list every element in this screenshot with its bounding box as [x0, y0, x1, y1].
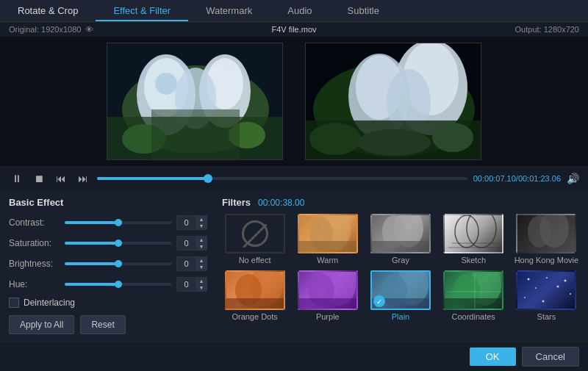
hue-down[interactable]: ▼	[196, 284, 207, 291]
svg-point-30	[467, 215, 496, 248]
filter-warm[interactable]: Warm	[295, 214, 360, 264]
prev-button[interactable]: ⏮	[53, 171, 69, 186]
tab-rotate-crop[interactable]: Rotate & Crop	[0, 0, 96, 21]
tab-effect-filter[interactable]: Effect & Filter	[96, 0, 188, 21]
tab-bar: Rotate & Crop Effect & Filter Watermark …	[0, 0, 588, 22]
svg-point-55	[557, 286, 559, 288]
tab-watermark[interactable]: Watermark	[188, 0, 270, 21]
saturation-value[interactable]	[177, 237, 196, 250]
gray-label: Gray	[392, 256, 409, 264]
contrast-spinner[interactable]: ▲ ▼	[176, 215, 207, 230]
filter-coordinates[interactable]: Coordinates	[441, 270, 506, 321]
brightness-value[interactable]	[177, 257, 196, 270]
filters-grid: No effect Warm	[222, 214, 579, 321]
filter-sketch[interactable]: Sketch	[441, 214, 506, 264]
brightness-down[interactable]: ▼	[196, 264, 207, 270]
main-area: Original: 1920x1080 👁 F4V file.mov Outpu…	[0, 22, 588, 371]
saturation-label: Saturation:	[9, 238, 60, 248]
cancel-button[interactable]: Cancel	[522, 347, 579, 367]
hue-value[interactable]	[177, 278, 196, 291]
svg-rect-26	[299, 241, 358, 253]
apply-to-all-button[interactable]: Apply to All	[9, 315, 74, 334]
filter-stars[interactable]: Stars	[514, 270, 579, 321]
reset-button[interactable]: Reset	[80, 315, 125, 334]
orange-label: Orange Dots	[232, 312, 277, 321]
brightness-label: Brightness:	[9, 259, 60, 269]
plain-thumb: ✓	[370, 270, 431, 310]
volume-icon[interactable]: 🔊	[567, 173, 579, 184]
eye-icon[interactable]: 👁	[85, 25, 93, 34]
hue-slider[interactable]	[65, 283, 172, 286]
purple-label: Purple	[316, 312, 340, 321]
svg-point-57	[524, 297, 526, 298]
stars-thumb	[516, 270, 576, 310]
filter-gray[interactable]: Gray	[368, 214, 433, 264]
svg-rect-39	[226, 298, 285, 310]
saturation-spinner[interactable]: ▲ ▼	[176, 236, 207, 251]
svg-point-52	[546, 277, 548, 278]
contrast-down[interactable]: ▼	[196, 223, 207, 229]
deinterlacing-row: Deinterlacing	[9, 298, 207, 308]
hue-spinner[interactable]: ▲ ▼	[176, 277, 207, 292]
filters-header: Filters 00:00:38.00	[222, 197, 579, 208]
app-container: Rotate & Crop Effect & Filter Watermark …	[0, 0, 588, 371]
filter-hk[interactable]: Hong Kong Movie	[514, 214, 579, 264]
svg-point-53	[564, 280, 567, 282]
ok-button[interactable]: OK	[470, 347, 516, 366]
output-video-content	[306, 43, 481, 159]
filter-orange-dots[interactable]: Orange Dots	[222, 270, 287, 321]
video-previews	[0, 37, 588, 166]
svg-point-54	[535, 287, 537, 289]
brightness-up[interactable]: ▲	[196, 257, 207, 264]
hk-thumb	[516, 214, 576, 253]
contrast-label: Contrast:	[9, 217, 60, 228]
brightness-slider[interactable]	[65, 262, 172, 265]
sketch-label: Sketch	[461, 256, 486, 264]
stop-button[interactable]: ⏹	[31, 171, 47, 186]
filter-purple[interactable]: Purple	[295, 270, 360, 321]
coord-label: Coordinates	[452, 312, 495, 321]
original-video-frame	[107, 43, 283, 160]
brightness-row: Brightness: ▲ ▼	[9, 256, 207, 271]
saturation-down[interactable]: ▼	[196, 243, 207, 250]
next-button[interactable]: ⏭	[75, 171, 91, 186]
progress-fill	[97, 177, 208, 180]
preview-meta: Original: 1920x1080 👁 F4V file.mov Outpu…	[0, 22, 588, 37]
saturation-slider[interactable]	[65, 242, 172, 245]
gray-thumb	[370, 214, 431, 253]
svg-rect-42	[299, 298, 358, 310]
saturation-up[interactable]: ▲	[196, 237, 207, 243]
tab-audio[interactable]: Audio	[270, 0, 329, 21]
playback-bar: ⏸ ⏹ ⏮ ⏭ 00:00:07.10/00:01:23.06 🔊	[0, 166, 588, 190]
selected-check: ✓	[373, 295, 385, 307]
filter-no-effect[interactable]: No effect	[222, 214, 287, 264]
progress-bar[interactable]	[97, 177, 467, 180]
sketch-thumb	[443, 214, 503, 253]
hue-row: Hue: ▲ ▼	[9, 277, 207, 292]
warm-label: Warm	[317, 256, 338, 264]
no-effect-thumb	[225, 214, 285, 253]
hue-label: Hue:	[9, 279, 60, 289]
filename: F4V file.mov	[271, 25, 316, 34]
filter-plain[interactable]: ✓ Plain	[368, 270, 433, 321]
action-buttons: Apply to All Reset	[9, 315, 207, 334]
warm-thumb	[298, 214, 358, 253]
time-display: 00:00:07.10/00:01:23.06	[473, 174, 561, 183]
svg-point-51	[528, 278, 530, 281]
svg-point-22	[357, 129, 431, 156]
tab-subtitle[interactable]: Subtitle	[330, 0, 397, 21]
no-effect-icon	[242, 220, 268, 247]
pause-button[interactable]: ⏸	[9, 171, 25, 186]
basic-effect-title: Basic Effect	[9, 197, 207, 208]
time-badge: 00:00:38.00	[258, 198, 304, 208]
contrast-up[interactable]: ▲	[196, 216, 207, 223]
svg-point-56	[570, 293, 571, 295]
hue-up[interactable]: ▲	[196, 278, 207, 284]
saturation-row: Saturation: ▲ ▼	[9, 236, 207, 251]
progress-thumb	[204, 174, 212, 183]
deinterlacing-checkbox[interactable]	[9, 298, 19, 308]
contrast-value[interactable]	[177, 216, 196, 229]
output-video-frame	[305, 43, 481, 160]
brightness-spinner[interactable]: ▲ ▼	[176, 256, 207, 271]
contrast-slider[interactable]	[65, 221, 172, 224]
